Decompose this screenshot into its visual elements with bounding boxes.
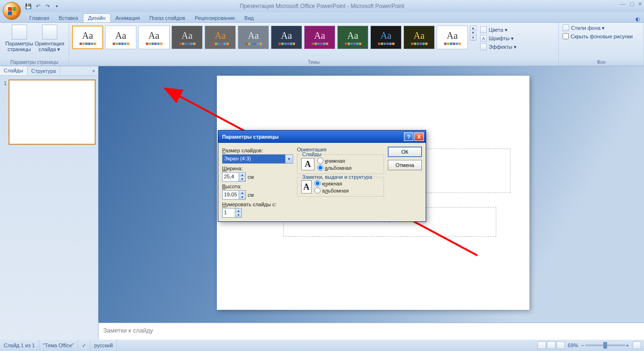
slides-orientation-group: Слайды A книжная альбомная [297, 154, 384, 174]
status-language[interactable]: русский [90, 340, 117, 351]
fit-window-button[interactable] [633, 342, 641, 349]
zoom-out-button[interactable]: − [581, 342, 584, 348]
radio-portrait-slides[interactable]: книжная [317, 158, 351, 164]
colors-button[interactable]: Цвета ▾ [478, 26, 519, 34]
width-spin[interactable]: 25,4▲▼ [222, 172, 246, 182]
theme-item[interactable]: Aa [337, 26, 368, 49]
unit-label: см [248, 174, 254, 180]
window-title: Презентация Microsoft Office PowerPoint … [240, 3, 404, 9]
view-sorter-button[interactable] [547, 342, 555, 349]
dialog-title-text: Параметры страницы [222, 134, 278, 140]
theme-extras: Цвета ▾ AШрифты ▾ Эффекты ▾ [477, 24, 519, 53]
qat-more-icon[interactable]: ▼ [53, 2, 61, 10]
theme-item[interactable]: Aa [437, 26, 468, 49]
bg-styles-icon [563, 25, 569, 31]
tab-review[interactable]: Рецензирование [190, 14, 240, 22]
dialog-help-button[interactable]: ? [404, 132, 413, 141]
theme-item[interactable]: Aa [171, 26, 203, 49]
dialog-close-button[interactable]: X [414, 132, 424, 141]
gallery-up-icon[interactable]: ▲ [470, 26, 476, 31]
theme-item[interactable]: Aa [271, 26, 302, 49]
radio-landscape-slides[interactable]: альбомная [317, 165, 351, 171]
panel-close-button[interactable]: × [89, 68, 98, 74]
group-themes: AaAaAaAaAaAaAaAaAaAaAaAa ▲ ▼ ▾ Цвета ▾ A… [69, 23, 559, 66]
zoom-value[interactable]: 69% [568, 342, 578, 348]
number-from-spin[interactable]: 1▲▼ [222, 208, 242, 218]
theme-item[interactable]: Aa [403, 26, 435, 49]
slide-thumbnail[interactable] [9, 79, 96, 145]
height-spin[interactable]: 19,05▲▼ [222, 190, 246, 200]
spin-up-icon[interactable]: ▲ [239, 191, 245, 195]
zoom-slider[interactable] [585, 344, 625, 346]
zoom-in-button[interactable]: + [626, 342, 629, 348]
dialog-titlebar[interactable]: Параметры страницы ? X [218, 131, 426, 143]
gallery-more-icon[interactable]: ▾ [470, 35, 476, 40]
radio-portrait-notes[interactable]: книжная [314, 180, 349, 186]
theme-item[interactable]: Aa [72, 26, 103, 49]
spin-up-icon[interactable]: ▲ [239, 173, 245, 177]
panel-tab-outline[interactable]: Структура [27, 67, 60, 75]
theme-item[interactable]: Aa [105, 26, 136, 49]
theme-item[interactable]: Aa [205, 26, 236, 49]
chevron-down-icon[interactable]: ▼ [285, 155, 293, 163]
save-icon[interactable]: 💾 [25, 2, 32, 10]
status-spellcheck[interactable]: ✓ [78, 340, 90, 351]
page-setup-dialog: Параметры страницы ? X Размер слайдов: Э… [218, 130, 426, 222]
office-button[interactable] [3, 2, 21, 20]
status-theme: "Тема Office" [39, 340, 78, 351]
minimize-button[interactable]: — [620, 1, 626, 7]
theme-item[interactable]: Aa [238, 26, 269, 49]
tab-insert[interactable]: Вставка [54, 14, 83, 22]
tab-design[interactable]: Дизайн [83, 13, 111, 22]
fonts-icon: A [480, 35, 487, 42]
quick-access-toolbar: 💾 ↶ ↷ ▼ [25, 2, 61, 10]
page-setup-button[interactable]: Параметры страницы [4, 24, 35, 53]
themes-gallery: AaAaAaAaAaAaAaAaAaAaAaAa [71, 24, 469, 51]
tab-home[interactable]: Главная [25, 14, 54, 22]
undo-icon[interactable]: ↶ [34, 2, 42, 10]
fonts-button[interactable]: AШрифты ▾ [478, 34, 519, 43]
tab-view[interactable]: Вид [240, 14, 259, 22]
help-icon[interactable]: ◐ [635, 16, 640, 22]
zoom-thumb[interactable] [603, 342, 607, 349]
hide-bg-check[interactable]: Скрыть фоновые рисунки [561, 32, 635, 40]
number-from-label: Нумеровать слайды с: [222, 202, 293, 207]
bg-styles-button[interactable]: Стили фона ▾ [561, 24, 607, 32]
legend-slides: Слайды [300, 151, 323, 157]
tab-animation[interactable]: Анимация [111, 14, 145, 22]
spin-down-icon[interactable]: ▼ [239, 177, 245, 181]
view-normal-button[interactable] [537, 342, 546, 349]
notes-text[interactable]: Заметки к слайду [98, 323, 644, 338]
slide-size-combo[interactable]: Экран (4:3) ▼ [222, 154, 293, 164]
orientation-icon [42, 25, 57, 40]
redo-icon[interactable]: ↷ [44, 2, 51, 10]
unit-label: см [248, 192, 254, 198]
cancel-button[interactable]: Отмена [388, 160, 422, 170]
gallery-down-icon[interactable]: ▼ [470, 31, 476, 35]
legend-notes: Заметки, выдачи и структура [300, 174, 374, 180]
height-label: Высота: [222, 184, 293, 189]
tab-slideshow[interactable]: Показ слайдов [144, 14, 190, 22]
ribbon-tabs: Главная Вставка Дизайн Анимация Показ сл… [0, 12, 644, 23]
panel-tab-slides[interactable]: Слайды [0, 66, 27, 75]
gallery-scroll[interactable]: ▲ ▼ ▾ [470, 26, 476, 41]
theme-item[interactable]: Aa [370, 26, 402, 49]
orientation-button[interactable]: Ориентация слайда ▾ [35, 24, 65, 53]
spin-down-icon[interactable]: ▼ [235, 213, 242, 217]
maximize-button[interactable]: ▢ [629, 1, 634, 7]
effects-button[interactable]: Эффекты ▾ [478, 43, 519, 51]
theme-item[interactable]: Aa [304, 26, 335, 49]
thumb-number: 1 [4, 80, 7, 86]
theme-item[interactable]: Aa [138, 26, 170, 49]
view-show-button[interactable] [556, 342, 565, 349]
radio-landscape-notes[interactable]: альбомная [314, 187, 349, 193]
ok-button[interactable]: ОК [388, 147, 422, 157]
spin-down-icon[interactable]: ▼ [239, 195, 245, 199]
notes-pane[interactable]: Заметки к слайду [98, 323, 644, 340]
title-bar: 💾 ↶ ↷ ▼ Презентация Microsoft Office Pow… [0, 0, 644, 12]
group-background: Стили фона ▾ Скрыть фоновые рисунки Фон [559, 23, 644, 66]
spin-up-icon[interactable]: ▲ [235, 209, 242, 213]
group-label-themes: Темы [71, 60, 556, 66]
close-button[interactable]: ✕ [638, 1, 642, 7]
ribbon: Параметры страницы Ориентация слайда ▾ П… [0, 23, 644, 66]
